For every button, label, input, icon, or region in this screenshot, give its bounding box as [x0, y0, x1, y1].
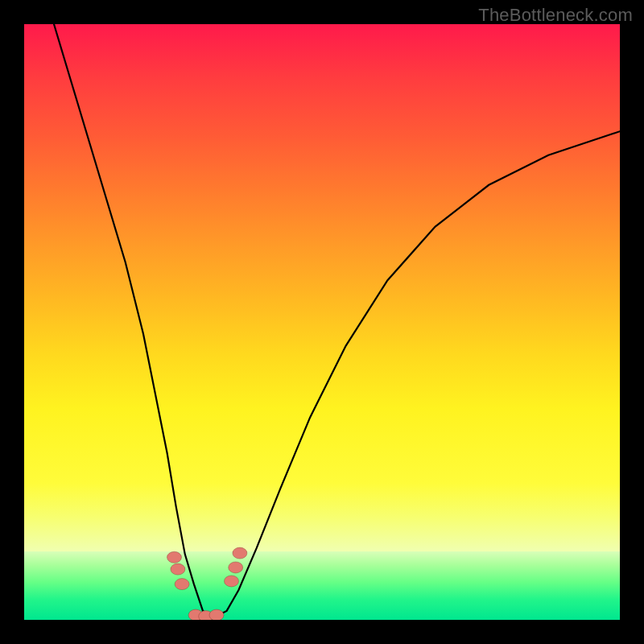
marker-group [167, 547, 247, 620]
data-marker [167, 551, 182, 563]
data-marker [225, 576, 239, 587]
watermark-text: TheBottleneck.com [478, 5, 633, 26]
chart-frame: TheBottleneck.com [0, 0, 644, 644]
data-marker [229, 562, 243, 573]
data-marker [209, 609, 224, 620]
curve-layer [24, 24, 620, 620]
data-marker [175, 579, 189, 590]
plot-area [24, 24, 620, 620]
data-marker [171, 564, 185, 575]
data-marker [233, 547, 247, 559]
bottleneck-curve [54, 24, 620, 617]
